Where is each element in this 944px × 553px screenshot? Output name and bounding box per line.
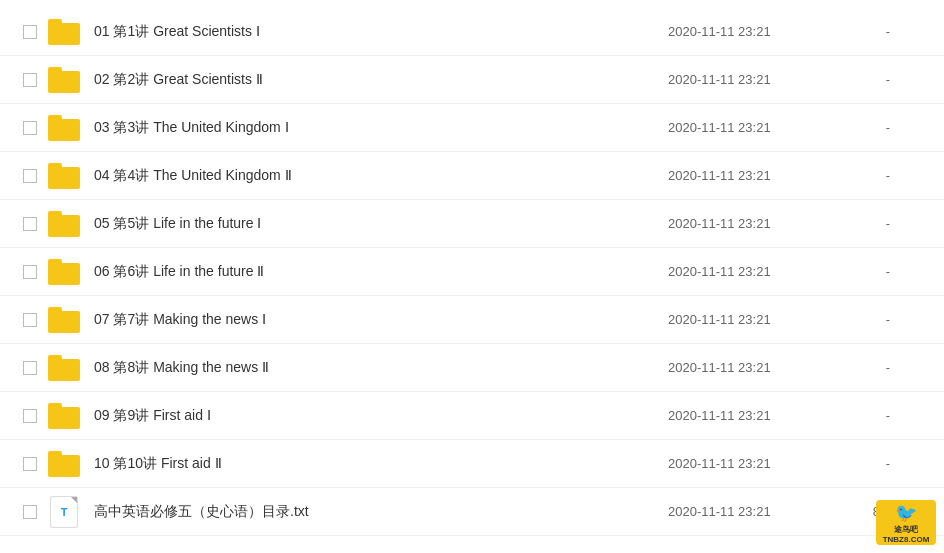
- icon-cell: [44, 115, 84, 141]
- icon-cell: [44, 259, 84, 285]
- file-size: -: [848, 360, 928, 375]
- checkbox-cell: [16, 409, 44, 423]
- file-size: -: [848, 264, 928, 279]
- file-size: -: [848, 120, 928, 135]
- file-name[interactable]: 高中英语必修五（史心语）目录.txt: [84, 503, 668, 521]
- folder-icon: [48, 115, 80, 141]
- folder-icon: [48, 211, 80, 237]
- file-size: -: [848, 216, 928, 231]
- list-item[interactable]: 03 第3讲 The United Kingdom Ⅰ2020-11-11 23…: [0, 104, 944, 152]
- file-name[interactable]: 03 第3讲 The United Kingdom Ⅰ: [84, 119, 668, 137]
- watermark-text: 途鸟吧: [894, 524, 918, 535]
- folder-icon: [48, 451, 80, 477]
- folder-icon: [48, 67, 80, 93]
- checkbox-cell: [16, 313, 44, 327]
- list-item[interactable]: T高中英语必修五（史心语）目录.txt2020-11-11 23:21837B: [0, 488, 944, 536]
- file-date: 2020-11-11 23:21: [668, 360, 848, 375]
- file-name[interactable]: 07 第7讲 Making the news Ⅰ: [84, 311, 668, 329]
- folder-icon: [48, 355, 80, 381]
- watermark-bird-icon: 🐦: [895, 502, 917, 524]
- file-checkbox[interactable]: [23, 361, 37, 375]
- list-item[interactable]: 10 第10讲 First aid Ⅱ2020-11-11 23:21-: [0, 440, 944, 488]
- file-date: 2020-11-11 23:21: [668, 264, 848, 279]
- file-name[interactable]: 10 第10讲 First aid Ⅱ: [84, 455, 668, 473]
- folder-icon: [48, 163, 80, 189]
- file-name[interactable]: 08 第8讲 Making the news Ⅱ: [84, 359, 668, 377]
- list-item[interactable]: 01 第1讲 Great Scientists Ⅰ2020-11-11 23:2…: [0, 8, 944, 56]
- file-date: 2020-11-11 23:21: [668, 120, 848, 135]
- file-name[interactable]: 01 第1讲 Great Scientists Ⅰ: [84, 23, 668, 41]
- icon-cell: [44, 211, 84, 237]
- file-name[interactable]: 04 第4讲 The United Kingdom Ⅱ: [84, 167, 668, 185]
- list-item[interactable]: 05 第5讲 Life in the future Ⅰ2020-11-11 23…: [0, 200, 944, 248]
- icon-cell: [44, 355, 84, 381]
- checkbox-cell: [16, 217, 44, 231]
- icon-cell: [44, 67, 84, 93]
- icon-cell: T: [44, 496, 84, 528]
- file-checkbox[interactable]: [23, 73, 37, 87]
- list-item[interactable]: 06 第6讲 Life in the future Ⅱ2020-11-11 23…: [0, 248, 944, 296]
- txt-file-icon: T: [50, 496, 78, 528]
- file-list: 01 第1讲 Great Scientists Ⅰ2020-11-11 23:2…: [0, 0, 944, 544]
- file-date: 2020-11-11 23:21: [668, 408, 848, 423]
- checkbox-cell: [16, 25, 44, 39]
- checkbox-cell: [16, 169, 44, 183]
- file-checkbox[interactable]: [23, 505, 37, 519]
- list-item[interactable]: 09 第9讲 First aid Ⅰ2020-11-11 23:21-: [0, 392, 944, 440]
- file-checkbox[interactable]: [23, 409, 37, 423]
- file-name[interactable]: 05 第5讲 Life in the future Ⅰ: [84, 215, 668, 233]
- file-date: 2020-11-11 23:21: [668, 312, 848, 327]
- folder-icon: [48, 259, 80, 285]
- file-checkbox[interactable]: [23, 457, 37, 471]
- checkbox-cell: [16, 73, 44, 87]
- file-size: -: [848, 168, 928, 183]
- list-item[interactable]: 02 第2讲 Great Scientists Ⅱ2020-11-11 23:2…: [0, 56, 944, 104]
- file-size: -: [848, 72, 928, 87]
- file-size: -: [848, 408, 928, 423]
- file-name[interactable]: 09 第9讲 First aid Ⅰ: [84, 407, 668, 425]
- file-date: 2020-11-11 23:21: [668, 456, 848, 471]
- list-item[interactable]: 07 第7讲 Making the news Ⅰ2020-11-11 23:21…: [0, 296, 944, 344]
- file-date: 2020-11-11 23:21: [668, 168, 848, 183]
- checkbox-cell: [16, 505, 44, 519]
- icon-cell: [44, 307, 84, 333]
- file-checkbox[interactable]: [23, 217, 37, 231]
- folder-icon: [48, 19, 80, 45]
- folder-icon: [48, 403, 80, 429]
- file-size: -: [848, 24, 928, 39]
- checkbox-cell: [16, 457, 44, 471]
- folder-icon: [48, 307, 80, 333]
- list-item[interactable]: 08 第8讲 Making the news Ⅱ2020-11-11 23:21…: [0, 344, 944, 392]
- file-date: 2020-11-11 23:21: [668, 24, 848, 39]
- file-size: -: [848, 456, 928, 471]
- file-date: 2020-11-11 23:21: [668, 72, 848, 87]
- watermark: 🐦 途鸟吧 TNBZ8.COM: [876, 500, 936, 545]
- file-date: 2020-11-11 23:21: [668, 216, 848, 231]
- icon-cell: [44, 451, 84, 477]
- file-checkbox[interactable]: [23, 25, 37, 39]
- checkbox-cell: [16, 265, 44, 279]
- file-size: -: [848, 312, 928, 327]
- icon-cell: [44, 163, 84, 189]
- file-checkbox[interactable]: [23, 121, 37, 135]
- icon-cell: [44, 403, 84, 429]
- watermark-url: TNBZ8.COM: [883, 535, 930, 544]
- file-date: 2020-11-11 23:21: [668, 504, 848, 519]
- file-name[interactable]: 02 第2讲 Great Scientists Ⅱ: [84, 71, 668, 89]
- file-name[interactable]: 06 第6讲 Life in the future Ⅱ: [84, 263, 668, 281]
- file-checkbox[interactable]: [23, 313, 37, 327]
- icon-cell: [44, 19, 84, 45]
- checkbox-cell: [16, 361, 44, 375]
- file-checkbox[interactable]: [23, 169, 37, 183]
- checkbox-cell: [16, 121, 44, 135]
- file-checkbox[interactable]: [23, 265, 37, 279]
- list-item[interactable]: 04 第4讲 The United Kingdom Ⅱ2020-11-11 23…: [0, 152, 944, 200]
